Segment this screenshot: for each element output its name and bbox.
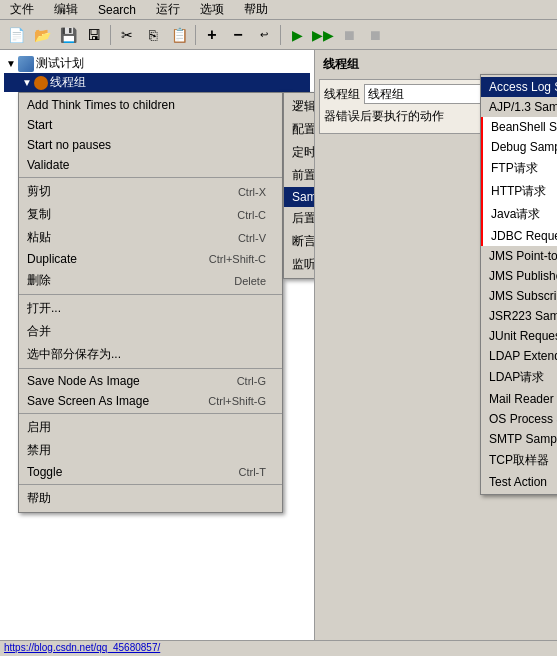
sampler-jms-publisher-label: JMS Publisher	[489, 269, 557, 283]
sampler-jdbc-label: JDBC Request	[491, 229, 557, 243]
submenu-assertion-label: 断言	[292, 233, 315, 250]
sampler-os-process-label: OS Process Sampler	[489, 412, 557, 426]
submenu-add: 逻辑控制器 ▶ 配置元件 ▶ 定时器 ▶ 前置处理器 ▶ Sampler ▶ 后…	[283, 92, 315, 279]
menu-toggle[interactable]: Toggle Ctrl-T	[19, 462, 282, 482]
toolbar-sep-1	[110, 25, 111, 45]
sampler-test-action[interactable]: Test Action	[481, 472, 557, 492]
menu-edit[interactable]: 编辑	[48, 0, 84, 20]
menu-start-no-pauses[interactable]: Start no pauses	[19, 135, 282, 155]
sampler-smtp-label: SMTP Sampler	[489, 432, 557, 446]
sampler-ftp[interactable]: FTP请求	[481, 157, 557, 180]
tree-label-testplan: 测试计划	[36, 55, 84, 72]
menu-disable-label: 禁用	[27, 442, 51, 459]
submenu-post-processor[interactable]: 后置处理器 ▶	[284, 207, 315, 230]
indent-button[interactable]: ↩	[252, 23, 276, 47]
sampler-access-log[interactable]: Access Log Sampler	[481, 77, 557, 97]
stop-button[interactable]: ⏹	[337, 23, 361, 47]
menu-search[interactable]: Search	[92, 1, 142, 19]
submenu-sampler[interactable]: Sampler ▶	[284, 187, 315, 207]
menu-open[interactable]: 打开...	[19, 297, 282, 320]
context-menu: Add Think Times to children Start Start …	[18, 92, 283, 513]
sampler-jsr223[interactable]: JSR223 Sampler	[481, 306, 557, 326]
error-action-label: 器错误后要执行的动作	[324, 108, 444, 125]
stop-now-button[interactable]: ⏹	[363, 23, 387, 47]
menu-cut[interactable]: 剪切 Ctrl-X	[19, 180, 282, 203]
sampler-jms-p2p[interactable]: JMS Point-to-Point	[481, 246, 557, 266]
menu-enable[interactable]: 启用	[19, 416, 282, 439]
submenu-listener[interactable]: 监听器 ▶	[284, 253, 315, 276]
copy-button[interactable]: ⎘	[141, 23, 165, 47]
sampler-beanshell[interactable]: BeanShell Sampler	[481, 117, 557, 137]
submenu-logic-controller[interactable]: 逻辑控制器 ▶	[284, 95, 315, 118]
tree-item-threadgroup[interactable]: ▼ 线程组	[4, 73, 310, 92]
remove-button[interactable]: −	[226, 23, 250, 47]
menu-options[interactable]: 选项	[194, 0, 230, 20]
sampler-jdbc[interactable]: JDBC Request	[481, 226, 557, 246]
menu-file[interactable]: 文件	[4, 0, 40, 20]
threadgroup-icon	[34, 76, 48, 90]
menubar: 文件 编辑 Search 运行 选项 帮助	[0, 0, 557, 20]
menu-paste[interactable]: 粘贴 Ctrl-V	[19, 226, 282, 249]
right-panel: 线程组 线程组 器错误后要执行的动作 Access Log Sampler AJ…	[315, 50, 557, 655]
submenu-timer[interactable]: 定时器 ▶	[284, 141, 315, 164]
menu-duplicate[interactable]: Duplicate Ctrl+Shift-C	[19, 249, 282, 269]
menu-help[interactable]: 帮助	[19, 487, 282, 510]
play-button[interactable]: ▶	[285, 23, 309, 47]
sampler-ldap[interactable]: LDAP请求	[481, 366, 557, 389]
menu-sep-2	[19, 294, 282, 295]
submenu-pre-processor-label: 前置处理器	[292, 167, 315, 184]
menu-validate[interactable]: Validate	[19, 155, 282, 175]
menu-save-selected[interactable]: 选中部分保存为...	[19, 343, 282, 366]
menu-copy-label: 复制	[27, 206, 51, 223]
menu-disable[interactable]: 禁用	[19, 439, 282, 462]
menu-copy[interactable]: 复制 Ctrl-C	[19, 203, 282, 226]
paste-button[interactable]: 📋	[167, 23, 191, 47]
toolbar: 📄 📂 💾 🖫 ✂ ⎘ 📋 + − ↩ ▶ ▶▶ ⏹ ⏹	[0, 20, 557, 50]
submenu-listener-label: 监听器	[292, 256, 315, 273]
menu-merge[interactable]: 合并	[19, 320, 282, 343]
add-button[interactable]: +	[200, 23, 224, 47]
menu-save-node-image-shortcut: Ctrl-G	[237, 375, 266, 387]
sampler-http[interactable]: HTTP请求	[481, 180, 557, 203]
submenu-config-element[interactable]: 配置元件 ▶	[284, 118, 315, 141]
menu-save-screen-image[interactable]: Save Screen As Image Ctrl+Shift-G	[19, 391, 282, 411]
saveas-button[interactable]: 🖫	[82, 23, 106, 47]
sampler-ldap-ext-label: LDAP Extended Request	[489, 349, 557, 363]
sampler-java-label: Java请求	[491, 206, 540, 223]
submenu-pre-processor[interactable]: 前置处理器 ▶	[284, 164, 315, 187]
sampler-junit[interactable]: JUnit Request	[481, 326, 557, 346]
sampler-jms-subscriber[interactable]: JMS Subscriber	[481, 286, 557, 306]
sampler-ldap-label: LDAP请求	[489, 369, 544, 386]
save-button[interactable]: 💾	[56, 23, 80, 47]
testplan-icon	[18, 56, 34, 72]
play-step-button[interactable]: ▶▶	[311, 23, 335, 47]
sampler-jms-publisher[interactable]: JMS Publisher	[481, 266, 557, 286]
sampler-java[interactable]: Java请求	[481, 203, 557, 226]
new-button[interactable]: 📄	[4, 23, 28, 47]
cut-button[interactable]: ✂	[115, 23, 139, 47]
menu-add-think-times[interactable]: Add Think Times to children	[19, 95, 282, 115]
sampler-os-process[interactable]: OS Process Sampler	[481, 409, 557, 429]
toolbar-sep-2	[195, 25, 196, 45]
sampler-debug[interactable]: Debug Sampler	[481, 137, 557, 157]
menu-delete[interactable]: 删除 Delete	[19, 269, 282, 292]
submenu-assertion[interactable]: 断言 ▶	[284, 230, 315, 253]
menu-help[interactable]: 帮助	[238, 0, 274, 20]
url-bar: https://blog.csdn.net/qq_45680857/	[0, 640, 557, 656]
sampler-debug-label: Debug Sampler	[491, 140, 557, 154]
menu-duplicate-label: Duplicate	[27, 252, 77, 266]
menu-start-no-pauses-label: Start no pauses	[27, 138, 111, 152]
menu-run[interactable]: 运行	[150, 0, 186, 20]
menu-save-node-image[interactable]: Save Node As Image Ctrl-G	[19, 371, 282, 391]
sampler-ldap-ext[interactable]: LDAP Extended Request	[481, 346, 557, 366]
sampler-tcp[interactable]: TCP取样器	[481, 449, 557, 472]
open-button[interactable]: 📂	[30, 23, 54, 47]
sampler-mail[interactable]: Mail Reader Sampler	[481, 389, 557, 409]
submenu-config-element-label: 配置元件	[292, 121, 315, 138]
sampler-ajp[interactable]: AJP/1.3 Sampler	[481, 97, 557, 117]
sampler-beanshell-label: BeanShell Sampler	[491, 120, 557, 134]
right-panel-title: 线程组	[319, 54, 553, 75]
sampler-smtp[interactable]: SMTP Sampler	[481, 429, 557, 449]
tree-item-testplan[interactable]: ▼ 测试计划	[4, 54, 310, 73]
menu-start[interactable]: Start	[19, 115, 282, 135]
